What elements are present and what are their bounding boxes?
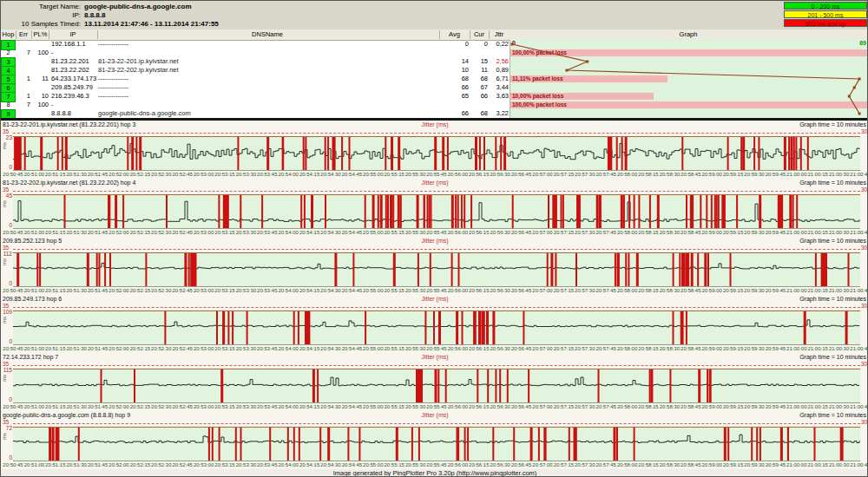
time-axis-label: 20:55:30: [405, 287, 425, 295]
time-axis-label: 20:58:15: [638, 229, 658, 237]
time-graph-block[interactable]: 81-23-22-201.ip.kyivstar.net (81.23.22.2…: [1, 121, 868, 179]
time-axis-label: 20:52:30: [151, 345, 171, 353]
time-axis-label: 20:53:00: [194, 345, 214, 353]
timeout-bar: [293, 311, 295, 344]
timeout-bar: [669, 369, 671, 402]
avg-cell: 10: [440, 66, 469, 75]
timeout-bar: [240, 195, 241, 228]
timeout-bar: [218, 195, 220, 228]
col-err[interactable]: Err: [16, 29, 30, 40]
avg-cell: 0: [440, 40, 469, 49]
time-axis-label: 20:51:15: [45, 287, 65, 295]
timeout-bar: [332, 137, 335, 170]
timeout-bar: [104, 253, 106, 286]
col-graph[interactable]: Graph: [510, 29, 867, 40]
cur-cell: 66: [470, 92, 488, 101]
generated-by-footer[interactable]: Image generated by PingPlotter Pro 3.20p…: [1, 469, 868, 477]
time-graph-block[interactable]: 209.85.249.173 hop 6Jitter (ms)Graph tim…: [1, 295, 868, 353]
time-axis-label: 20:56:15: [469, 229, 489, 237]
timeout-bar: [673, 253, 674, 286]
time-axis-label: 20:58:30: [660, 403, 680, 411]
y-axis-unit-label: ms: [2, 317, 7, 323]
timeout-bar: [435, 369, 437, 402]
timeout-bar: [634, 428, 635, 461]
time-axis-label: 20:52:45: [173, 345, 193, 353]
timeout-bar: [164, 311, 166, 344]
col-jttr[interactable]: Jttr: [490, 29, 509, 40]
time-axis-label: 20:51:45: [88, 403, 108, 411]
timeout-bar: [483, 137, 485, 170]
jitter-series-label: Jitter (ms): [1, 295, 868, 304]
col-ip[interactable]: IP: [49, 29, 96, 40]
timeout-bar: [547, 253, 549, 286]
col-cur[interactable]: Cur: [470, 29, 488, 40]
time-axis-label: 20:51:15: [45, 229, 65, 237]
timeout-bar: [793, 137, 795, 170]
timeout-bar: [334, 253, 337, 286]
time-axis-label: 20:58:00: [617, 287, 637, 295]
col-pl[interactable]: PL%: [32, 29, 49, 40]
time-axis-label: 20:58:00: [617, 229, 637, 237]
timeout-bar: [760, 428, 761, 461]
col-avg[interactable]: Avg: [440, 29, 469, 40]
time-axis-label: 20:52:30: [151, 287, 171, 295]
timeout-bar: [108, 195, 110, 228]
latency-plot-area[interactable]: [13, 310, 860, 345]
dnsname-cell: --------------: [98, 40, 437, 49]
timeout-bar: [327, 428, 330, 461]
cur-cell: 68: [470, 75, 488, 83]
time-graph-block[interactable]: 72.14.233.172 hop 7Jitter (ms)Graph time…: [1, 353, 868, 411]
latency-plot-area[interactable]: [13, 369, 860, 403]
timeout-bar: [576, 195, 579, 228]
time-axis-label: 20:51:30: [67, 461, 87, 469]
latency-plot-area[interactable]: [13, 194, 860, 229]
hop-point-marker: [566, 69, 569, 72]
time-axis-label: 20:55:30: [405, 229, 425, 237]
hop-point-marker: [858, 113, 861, 115]
timeout-bar: [305, 137, 306, 170]
timeout-bar: [325, 195, 326, 228]
avg-cell: 68: [440, 75, 469, 83]
col-dnsname[interactable]: DNSName: [98, 29, 437, 40]
time-axis-label: 20:52:15: [130, 287, 150, 295]
time-graph-block[interactable]: 209.85.252.123 hop 5Jitter (ms)Graph tim…: [1, 237, 868, 295]
col-hop[interactable]: Hop: [1, 29, 16, 40]
timeout-bar: [442, 137, 444, 170]
jitter-dashed-line: [13, 365, 860, 366]
timeout-bar: [625, 137, 628, 170]
latency-plot-area[interactable]: [13, 427, 860, 461]
time-axis: 20:50:4520:51:0020:51:1520:51:3020:51:45…: [1, 403, 868, 411]
time-graph-block[interactable]: 81-23-22-202.ip.kyivstar.net (81.23.22.2…: [1, 179, 868, 237]
ip-cell: 8.8.8.8: [51, 109, 98, 118]
jitter-cell: 3,22: [490, 109, 509, 118]
err-cell: 7: [16, 49, 30, 57]
time-axis-label: 20:57:45: [596, 403, 616, 411]
time-axis-label: 20:55:15: [385, 461, 404, 469]
time-axis-label: 20:53:45: [257, 403, 277, 411]
time-axis-label: 20:55:15: [385, 229, 404, 237]
timeout-bar: [707, 253, 709, 286]
time-axis-label: 20:58:00: [617, 171, 637, 179]
time-axis-label: 21:00:00: [786, 345, 806, 353]
jitter-scale-right: 30: [861, 303, 867, 309]
time-axis-label: 20:58:45: [681, 171, 700, 179]
timeout-bar: [36, 253, 38, 286]
latency-plot-area[interactable]: [13, 136, 860, 171]
packet-loss-cell: 100: [32, 49, 49, 57]
time-axis-label: 20:57:15: [554, 287, 574, 295]
time-axis-label: 20:53:15: [214, 287, 234, 295]
dnsname-cell: --------------: [98, 83, 437, 92]
timeout-bar: [609, 137, 612, 170]
time-axis-label: 20:57:00: [532, 403, 552, 411]
time-axis-label: 20:53:30: [236, 229, 256, 237]
timeout-bar: [232, 311, 233, 344]
time-graph-block[interactable]: google-public-dns-a.google.com (8.8.8.8)…: [1, 411, 868, 469]
time-axis-label: 20:50:45: [3, 229, 23, 237]
err-cell: 1: [16, 75, 30, 83]
latency-plot-area[interactable]: [13, 252, 860, 287]
timeout-bar: [341, 137, 343, 170]
timeout-bar: [433, 311, 435, 344]
packet-loss-bar: 100,00% packet loss: [510, 49, 868, 56]
time-axis-label: 20:55:15: [385, 171, 404, 179]
timeout-bar: [598, 369, 600, 402]
